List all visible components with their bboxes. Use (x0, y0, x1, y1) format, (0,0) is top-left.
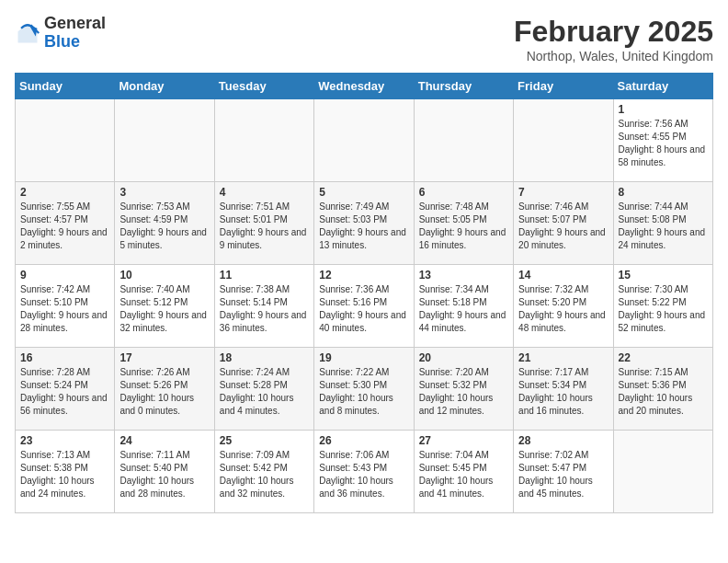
day-info: Sunrise: 7:22 AM Sunset: 5:30 PM Dayligh… (319, 366, 408, 418)
header-friday: Friday (514, 74, 613, 99)
calendar-cell (115, 99, 214, 182)
logo: General Blue (15, 15, 106, 52)
day-number: 15 (619, 269, 708, 282)
day-number: 26 (319, 434, 408, 447)
title-area: February 2025 Northop, Wales, United Kin… (514, 15, 713, 63)
calendar-title: February 2025 (514, 15, 713, 49)
day-info: Sunrise: 7:20 AM Sunset: 5:32 PM Dayligh… (419, 366, 508, 418)
day-info: Sunrise: 7:26 AM Sunset: 5:26 PM Dayligh… (119, 366, 209, 418)
day-info: Sunrise: 7:02 AM Sunset: 5:47 PM Dayligh… (518, 449, 608, 500)
calendar-cell: 7Sunrise: 7:46 AM Sunset: 5:07 PM Daylig… (514, 182, 613, 265)
day-number: 19 (319, 351, 408, 364)
calendar-cell: 6Sunrise: 7:48 AM Sunset: 5:05 PM Daylig… (414, 182, 513, 265)
day-number: 17 (119, 351, 209, 364)
calendar-cell: 25Sunrise: 7:09 AM Sunset: 5:42 PM Dayli… (214, 431, 313, 513)
day-number: 4 (220, 186, 309, 199)
calendar-cell: 19Sunrise: 7:22 AM Sunset: 5:30 PM Dayli… (314, 348, 414, 431)
day-info: Sunrise: 7:42 AM Sunset: 5:10 PM Dayligh… (20, 283, 109, 335)
day-info: Sunrise: 7:04 AM Sunset: 5:45 PM Dayligh… (419, 449, 508, 500)
calendar-week-row: 1Sunrise: 7:56 AM Sunset: 4:55 PM Daylig… (16, 99, 713, 182)
logo-icon (15, 20, 40, 46)
day-info: Sunrise: 7:46 AM Sunset: 5:07 PM Dayligh… (518, 201, 608, 252)
calendar-cell: 23Sunrise: 7:13 AM Sunset: 5:38 PM Dayli… (16, 431, 115, 513)
calendar-cell: 13Sunrise: 7:34 AM Sunset: 5:18 PM Dayli… (414, 265, 513, 348)
day-number: 25 (220, 434, 309, 447)
calendar-cell: 16Sunrise: 7:28 AM Sunset: 5:24 PM Dayli… (16, 348, 115, 431)
day-info: Sunrise: 7:51 AM Sunset: 5:01 PM Dayligh… (220, 201, 309, 252)
day-info: Sunrise: 7:56 AM Sunset: 4:55 PM Dayligh… (619, 118, 708, 169)
calendar-cell (613, 431, 712, 513)
day-number: 16 (20, 351, 109, 364)
day-info: Sunrise: 7:15 AM Sunset: 5:36 PM Dayligh… (619, 366, 708, 418)
calendar-cell (514, 99, 613, 182)
day-number: 10 (119, 269, 209, 282)
calendar-cell: 26Sunrise: 7:06 AM Sunset: 5:43 PM Dayli… (314, 431, 414, 513)
header-monday: Monday (115, 74, 214, 99)
calendar-cell: 3Sunrise: 7:53 AM Sunset: 4:59 PM Daylig… (115, 182, 214, 265)
calendar-cell: 1Sunrise: 7:56 AM Sunset: 4:55 PM Daylig… (613, 99, 712, 182)
header-sunday: Sunday (16, 74, 115, 99)
day-info: Sunrise: 7:36 AM Sunset: 5:16 PM Dayligh… (319, 283, 408, 335)
day-number: 28 (518, 434, 608, 447)
day-info: Sunrise: 7:13 AM Sunset: 5:38 PM Dayligh… (20, 449, 109, 500)
day-info: Sunrise: 7:38 AM Sunset: 5:14 PM Dayligh… (220, 283, 309, 335)
day-number: 6 (419, 186, 508, 199)
calendar-cell: 12Sunrise: 7:36 AM Sunset: 5:16 PM Dayli… (314, 265, 414, 348)
calendar-week-row: 2Sunrise: 7:55 AM Sunset: 4:57 PM Daylig… (16, 182, 713, 265)
day-number: 12 (319, 269, 408, 282)
day-number: 20 (419, 351, 508, 364)
calendar-cell: 28Sunrise: 7:02 AM Sunset: 5:47 PM Dayli… (514, 431, 613, 513)
calendar-cell: 27Sunrise: 7:04 AM Sunset: 5:45 PM Dayli… (414, 431, 513, 513)
calendar-table: SundayMondayTuesdayWednesdayThursdayFrid… (15, 73, 713, 513)
calendar-cell: 24Sunrise: 7:11 AM Sunset: 5:40 PM Dayli… (115, 431, 214, 513)
calendar-cell: 21Sunrise: 7:17 AM Sunset: 5:34 PM Dayli… (514, 348, 613, 431)
day-info: Sunrise: 7:32 AM Sunset: 5:20 PM Dayligh… (518, 283, 608, 335)
day-number: 21 (518, 351, 608, 364)
calendar-cell: 11Sunrise: 7:38 AM Sunset: 5:14 PM Dayli… (214, 265, 313, 348)
day-info: Sunrise: 7:44 AM Sunset: 5:08 PM Dayligh… (619, 201, 708, 252)
calendar-cell: 14Sunrise: 7:32 AM Sunset: 5:20 PM Dayli… (514, 265, 613, 348)
day-info: Sunrise: 7:49 AM Sunset: 5:03 PM Dayligh… (319, 201, 408, 252)
day-number: 18 (220, 351, 309, 364)
header-saturday: Saturday (613, 74, 712, 99)
calendar-header-row: SundayMondayTuesdayWednesdayThursdayFrid… (16, 74, 713, 99)
calendar-cell: 9Sunrise: 7:42 AM Sunset: 5:10 PM Daylig… (16, 265, 115, 348)
header-thursday: Thursday (414, 74, 513, 99)
day-number: 14 (518, 269, 608, 282)
day-number: 13 (419, 269, 508, 282)
calendar-cell: 8Sunrise: 7:44 AM Sunset: 5:08 PM Daylig… (613, 182, 712, 265)
day-info: Sunrise: 7:48 AM Sunset: 5:05 PM Dayligh… (419, 201, 508, 252)
day-info: Sunrise: 7:34 AM Sunset: 5:18 PM Dayligh… (419, 283, 508, 335)
calendar-cell (214, 99, 313, 182)
calendar-cell (414, 99, 513, 182)
day-number: 24 (119, 434, 209, 447)
day-info: Sunrise: 7:30 AM Sunset: 5:22 PM Dayligh… (619, 283, 708, 335)
header-wednesday: Wednesday (314, 74, 414, 99)
day-number: 2 (20, 186, 109, 199)
day-number: 7 (518, 186, 608, 199)
calendar-cell: 22Sunrise: 7:15 AM Sunset: 5:36 PM Dayli… (613, 348, 712, 431)
calendar-cell: 2Sunrise: 7:55 AM Sunset: 4:57 PM Daylig… (16, 182, 115, 265)
calendar-week-row: 23Sunrise: 7:13 AM Sunset: 5:38 PM Dayli… (16, 431, 713, 513)
day-number: 22 (619, 351, 708, 364)
calendar-cell: 5Sunrise: 7:49 AM Sunset: 5:03 PM Daylig… (314, 182, 414, 265)
calendar-cell (314, 99, 414, 182)
logo-general: General (44, 14, 106, 32)
day-number: 3 (119, 186, 209, 199)
logo-blue: Blue (44, 32, 80, 51)
day-number: 1 (619, 103, 708, 116)
day-number: 8 (619, 186, 708, 199)
day-info: Sunrise: 7:17 AM Sunset: 5:34 PM Dayligh… (518, 366, 608, 418)
calendar-week-row: 9Sunrise: 7:42 AM Sunset: 5:10 PM Daylig… (16, 265, 713, 348)
calendar-cell: 4Sunrise: 7:51 AM Sunset: 5:01 PM Daylig… (214, 182, 313, 265)
calendar-week-row: 16Sunrise: 7:28 AM Sunset: 5:24 PM Dayli… (16, 348, 713, 431)
day-info: Sunrise: 7:06 AM Sunset: 5:43 PM Dayligh… (319, 449, 408, 500)
day-number: 9 (20, 269, 109, 282)
calendar-cell: 20Sunrise: 7:20 AM Sunset: 5:32 PM Dayli… (414, 348, 513, 431)
page-header: General Blue February 2025 Northop, Wale… (15, 15, 713, 63)
day-info: Sunrise: 7:24 AM Sunset: 5:28 PM Dayligh… (220, 366, 309, 418)
day-info: Sunrise: 7:53 AM Sunset: 4:59 PM Dayligh… (119, 201, 209, 252)
calendar-cell: 18Sunrise: 7:24 AM Sunset: 5:28 PM Dayli… (214, 348, 313, 431)
day-info: Sunrise: 7:40 AM Sunset: 5:12 PM Dayligh… (119, 283, 209, 335)
day-info: Sunrise: 7:28 AM Sunset: 5:24 PM Dayligh… (20, 366, 109, 418)
